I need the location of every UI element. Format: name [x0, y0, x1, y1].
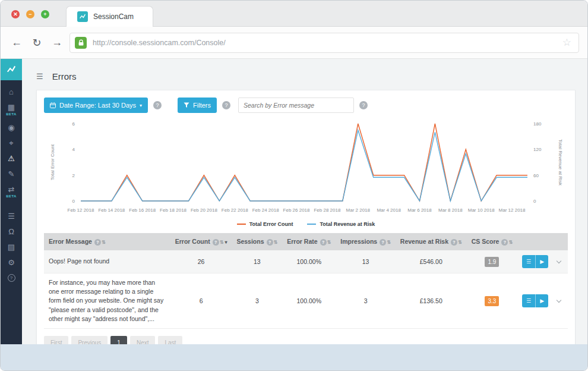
address-input[interactable] — [93, 39, 557, 47]
sort-icon[interactable]: ⇅ — [387, 240, 391, 245]
pagination-first[interactable]: First — [44, 336, 68, 344]
sidebar-item-settings[interactable]: ⚙ — [8, 259, 15, 266]
sidebar-item-apps[interactable]: ▦ BETA — [6, 103, 17, 116]
expand-window-button[interactable]: + — [41, 10, 49, 18]
svg-text:Feb 28 2018: Feb 28 2018 — [314, 207, 340, 213]
browser-window: ✕ − + SessionCam ← ↻ → ☆ ⌂ — [0, 0, 588, 371]
cell-sessions: 13 — [232, 250, 282, 273]
expand-chevron-icon[interactable] — [557, 298, 561, 303]
sort-icon[interactable]: ⇅ — [327, 240, 331, 245]
sidebar-item-documents[interactable]: ▤ — [8, 243, 15, 251]
col-label: Error Rate — [287, 238, 317, 245]
svg-text:2: 2 — [72, 173, 75, 178]
help-icon[interactable]: ? — [451, 239, 457, 246]
sidebar-item-notifications[interactable]: Ω — [8, 228, 14, 235]
help-icon[interactable]: ? — [94, 239, 101, 246]
cell-actions: ☰ ▶ — [517, 250, 568, 273]
col-sessions[interactable]: Sessions?⇅ — [232, 233, 282, 250]
view-sessions-button[interactable]: ☰ ▶ — [522, 294, 548, 307]
home-icon: ⌂ — [9, 88, 14, 96]
sort-icon[interactable]: ⇅ — [220, 240, 224, 245]
sort-icon[interactable]: ⇅ — [508, 240, 513, 245]
search-input[interactable] — [238, 98, 354, 113]
cell-cs-score: 1.9 — [467, 250, 517, 273]
sessioncam-sidebar-logo[interactable] — [1, 59, 22, 80]
sidebar-item-logs[interactable]: ☰ — [8, 212, 15, 220]
col-label: Impressions — [340, 238, 377, 245]
filters-button[interactable]: Filters — [178, 98, 217, 113]
pagination-next[interactable]: Next — [130, 336, 156, 344]
help-icon[interactable]: ? — [267, 239, 273, 246]
pagination: First Previous 1 Next Last — [44, 336, 568, 344]
cell-revenue-at-risk: £136.50 — [396, 273, 467, 329]
svg-text:0: 0 — [533, 199, 536, 204]
pen-icon: ✎ — [8, 170, 15, 178]
sort-icon[interactable]: ⇅ — [102, 240, 106, 245]
sidebar-item-help[interactable]: ? — [8, 274, 15, 282]
list-icon: ☰ — [522, 294, 535, 307]
svg-text:180: 180 — [533, 121, 542, 127]
table-row[interactable]: For instance, you may have more than one… — [44, 273, 568, 329]
date-range-label: Date Range: Last 30 Days — [59, 102, 136, 109]
col-actions — [517, 233, 568, 250]
pagination-last[interactable]: Last — [158, 336, 182, 344]
col-error-rate[interactable]: Error Rate?⇅ — [282, 233, 336, 250]
date-range-help-icon[interactable]: ? — [153, 101, 162, 109]
help-icon[interactable]: ? — [213, 239, 219, 246]
search-help-icon[interactable]: ? — [359, 101, 368, 109]
col-label: CS Score — [472, 238, 500, 245]
filters-toolbar: Date Range: Last 30 Days ▾ ? Filters ? ? — [44, 98, 568, 113]
sessioncam-logo-icon — [77, 11, 88, 22]
col-cs-score[interactable]: CS Score?⇅ — [467, 233, 517, 250]
svg-text:120: 120 — [533, 147, 542, 152]
col-error-count[interactable]: Error Count?⇅▾ — [170, 233, 232, 250]
back-icon[interactable]: ← — [9, 36, 24, 49]
col-impressions[interactable]: Impressions?⇅ — [336, 233, 396, 250]
sidebar-item-errors[interactable]: ⚠ — [8, 155, 15, 162]
svg-text:4: 4 — [72, 147, 75, 152]
crosshair-icon: ⌖ — [9, 139, 13, 147]
cell-error-rate: 100.00% — [282, 250, 336, 273]
close-window-button[interactable]: ✕ — [11, 10, 20, 18]
table-row[interactable]: Oops! Page not found 26 13 100.00% 13 £5… — [44, 250, 568, 273]
forward-icon[interactable]: → — [49, 36, 65, 49]
page-header: ☰ Errors — [36, 66, 576, 86]
menu-toggle-icon[interactable]: ☰ — [36, 72, 43, 81]
help-icon: ? — [8, 274, 15, 282]
filters-help-icon[interactable]: ? — [222, 101, 230, 109]
cell-error-count: 26 — [170, 250, 232, 273]
svg-text:Total Revenue at Risk: Total Revenue at Risk — [558, 139, 563, 186]
shuffle-icon: ⇄ — [8, 186, 15, 193]
help-icon[interactable]: ? — [501, 239, 508, 246]
date-range-button[interactable]: Date Range: Last 30 Days ▾ — [44, 98, 148, 113]
sidebar-item-annotate[interactable]: ✎ — [8, 170, 15, 178]
sidebar-item-journeys[interactable]: ⇄ BETA — [6, 186, 17, 198]
table-header-row: Error Message?⇅ Error Count?⇅▾ Sessions?… — [44, 233, 568, 250]
svg-text:60: 60 — [533, 173, 539, 178]
bookmark-star-icon[interactable]: ☆ — [562, 36, 574, 49]
expand-chevron-icon[interactable] — [557, 259, 561, 263]
col-error-message[interactable]: Error Message?⇅ — [44, 233, 170, 250]
sidebar-item-heatmaps[interactable]: ⌖ — [9, 139, 13, 147]
play-icon: ▶ — [535, 255, 548, 268]
url-bar[interactable]: ☆ — [69, 33, 579, 53]
sidebar-item-recordings[interactable]: ◉ — [8, 124, 14, 131]
reload-icon[interactable]: ↻ — [29, 36, 45, 49]
col-revenue-at-risk[interactable]: Revenue at Risk?⇅ — [396, 233, 467, 250]
svg-text:Total Error Count: Total Error Count — [50, 144, 55, 180]
view-sessions-button[interactable]: ☰ ▶ — [522, 255, 548, 268]
tab-bar: ✕ − + SessionCam — [1, 1, 587, 27]
browser-tab[interactable]: SessionCam — [66, 6, 153, 27]
sidebar-item-home[interactable]: ⌂ — [9, 88, 14, 96]
legend-item-error-count: Total Error Count — [237, 221, 293, 227]
pagination-page-1[interactable]: 1 — [110, 336, 127, 344]
sort-icon[interactable]: ⇅ — [458, 240, 462, 245]
sort-icon[interactable]: ⇅ — [274, 240, 278, 245]
svg-text:Feb 14 2018: Feb 14 2018 — [98, 207, 125, 213]
col-label: Error Message — [49, 238, 92, 245]
minimize-window-button[interactable]: − — [26, 10, 34, 18]
help-icon[interactable]: ? — [320, 239, 327, 246]
sorted-desc-icon: ▾ — [225, 240, 227, 245]
pagination-previous[interactable]: Previous — [71, 336, 108, 344]
help-icon[interactable]: ? — [380, 239, 386, 246]
